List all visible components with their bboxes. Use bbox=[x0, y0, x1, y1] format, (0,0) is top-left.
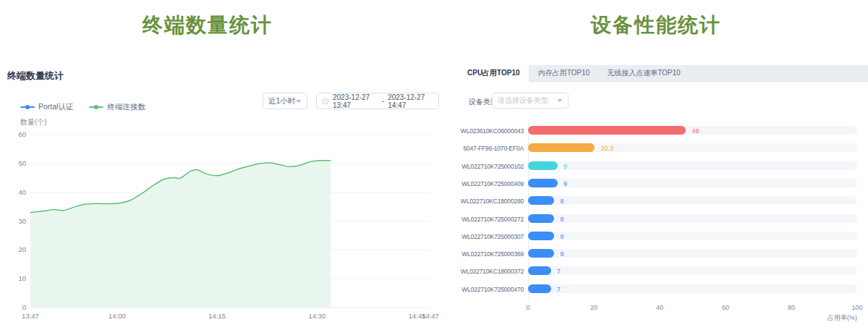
legend-item-1[interactable]: 终端连接数 bbox=[89, 102, 145, 112]
bar-row: WL022710K725000409 9 bbox=[459, 178, 868, 188]
x-tick-label: 13:47 bbox=[22, 312, 39, 320]
bar[interactable] bbox=[528, 249, 554, 258]
x-tick-label: 20 bbox=[590, 304, 597, 311]
x-tick-label: 14:47 bbox=[422, 312, 439, 320]
bar-value-label: 9 bbox=[563, 180, 567, 187]
bar[interactable] bbox=[528, 214, 554, 223]
bar[interactable] bbox=[528, 161, 558, 170]
bar-value-label: 7 bbox=[557, 268, 561, 275]
bar-track bbox=[528, 143, 857, 152]
bar-track bbox=[528, 249, 857, 258]
bar[interactable] bbox=[528, 232, 554, 240]
terminal-panel-title: 终端数量统计 bbox=[7, 69, 64, 82]
x-tick-label: 100 bbox=[851, 304, 862, 311]
device-name-label: WL022710K725000369 bbox=[459, 250, 524, 258]
device-name-label: WL022710K725000307 bbox=[459, 233, 524, 240]
device-performance-heading: 设备性能统计 bbox=[459, 12, 854, 39]
bar-value-label: 20.3 bbox=[600, 145, 613, 152]
bar[interactable] bbox=[528, 143, 595, 152]
bar-value-label: 7 bbox=[557, 286, 561, 293]
y-tick-label: 20 bbox=[18, 245, 26, 253]
bar-row: WL022710KC18000280 8 bbox=[459, 195, 868, 206]
device-name-label: WL023610KC06000043 bbox=[459, 127, 524, 135]
bar[interactable] bbox=[528, 266, 551, 275]
x-tick-label: 0 bbox=[526, 304, 529, 311]
date-range-separator: - bbox=[382, 97, 384, 105]
y-tick-label: 0 bbox=[22, 303, 26, 311]
bar-row: WL022710K725000272 8 bbox=[459, 213, 868, 224]
bar-row: WL022710K725000470 7 bbox=[459, 284, 868, 294]
bar-value-label: 8 bbox=[560, 233, 563, 240]
bar[interactable] bbox=[528, 196, 554, 205]
chart-legend: Portal认证 终端连接数 bbox=[20, 102, 145, 112]
bar-value-label: 8 bbox=[560, 198, 563, 205]
y-tick-label: 60 bbox=[18, 130, 26, 138]
bar-track bbox=[528, 161, 857, 170]
bar-row: WL023610KC06000043 48 bbox=[459, 125, 868, 135]
dashboard: { "left_section": { "heading": "终端数量统计",… bbox=[0, 0, 868, 330]
chevron-down-icon bbox=[296, 100, 302, 103]
bar[interactable] bbox=[528, 179, 558, 187]
bar-track bbox=[528, 284, 857, 293]
bar-row: WL022710KC18000372 7 bbox=[459, 266, 868, 276]
bar-track bbox=[528, 266, 857, 275]
bar-track bbox=[528, 179, 857, 187]
bar-chart-x-axis-label: 占用率(%) bbox=[459, 313, 857, 323]
y-axis-title: 数量(个) bbox=[20, 118, 47, 126]
x-tick-label: 80 bbox=[788, 304, 795, 311]
bar-value-label: 9 bbox=[563, 163, 567, 170]
bar-value-label: 48 bbox=[692, 127, 699, 135]
bar[interactable] bbox=[528, 284, 551, 293]
device-name-label: WL022710KC18000372 bbox=[459, 268, 524, 275]
time-range-value: 近1小时 bbox=[268, 96, 295, 106]
cpu-top10-bar-chart: 占用率(%) WL023610KC06000043 486047-FF96-10… bbox=[459, 65, 868, 330]
time-range-select[interactable]: 近1小时 bbox=[263, 93, 307, 109]
y-tick-label: 30 bbox=[18, 217, 26, 225]
legend-label: Portal认证 bbox=[38, 102, 73, 112]
bar-row: 6047-FF96-1070-EF0A 20.3 bbox=[459, 143, 868, 153]
bar-row: WL022710K725000102 9 bbox=[459, 161, 868, 171]
bar-value-label: 8 bbox=[560, 216, 563, 223]
device-name-label: WL022710K725000272 bbox=[459, 216, 524, 223]
legend-label: 终端连接数 bbox=[107, 102, 145, 112]
y-tick-label: 40 bbox=[18, 188, 26, 196]
bar-track bbox=[528, 214, 857, 223]
y-tick-label: 10 bbox=[18, 274, 26, 282]
x-tick-label: 14:00 bbox=[109, 312, 126, 320]
legend-line-marker bbox=[20, 106, 35, 108]
legend-line-marker bbox=[89, 106, 103, 108]
y-tick-label: 50 bbox=[18, 159, 26, 167]
bar-row: WL022710K725000307 8 bbox=[459, 231, 868, 241]
bar-track bbox=[528, 232, 857, 240]
device-name-label: WL022710K725000102 bbox=[459, 163, 524, 170]
legend-item-0[interactable]: Portal认证 bbox=[20, 102, 73, 112]
bar-track bbox=[528, 196, 857, 205]
bar[interactable] bbox=[528, 126, 686, 135]
x-tick-label: 60 bbox=[722, 304, 729, 311]
terminal-count-area-chart[interactable]: 数量(个)010203040506013:4714:0014:1514:3014… bbox=[0, 116, 448, 327]
bar-value-label: 8 bbox=[560, 250, 563, 258]
device-name-label: 6047-FF96-1070-EF0A bbox=[459, 145, 524, 152]
device-name-label: WL022710K725000409 bbox=[459, 180, 524, 187]
device-name-label: WL022710KC18000280 bbox=[459, 198, 524, 205]
x-tick-label: 14:15 bbox=[208, 312, 226, 320]
x-tick-label: 40 bbox=[656, 304, 663, 311]
x-tick-label: 14:30 bbox=[308, 312, 326, 320]
date-range-input[interactable]: 2023-12-27 13:47 - 2023-12-27 14:47 bbox=[316, 93, 439, 109]
clock-icon bbox=[322, 98, 329, 105]
terminal-stats-heading: 终端数量统计 bbox=[0, 12, 415, 39]
bar-row: WL022710K725000369 8 bbox=[459, 248, 868, 258]
date-range-end: 2023-12-27 14:47 bbox=[388, 93, 433, 109]
date-range-start: 2023-12-27 13:47 bbox=[333, 93, 378, 109]
series-area[interactable] bbox=[30, 161, 331, 308]
device-performance-panel: CPU占用TOP10内存占用TOP10无线接入点速率TOP10 设备类型 请选择… bbox=[459, 65, 868, 330]
device-name-label: WL022710K725000470 bbox=[459, 286, 524, 293]
